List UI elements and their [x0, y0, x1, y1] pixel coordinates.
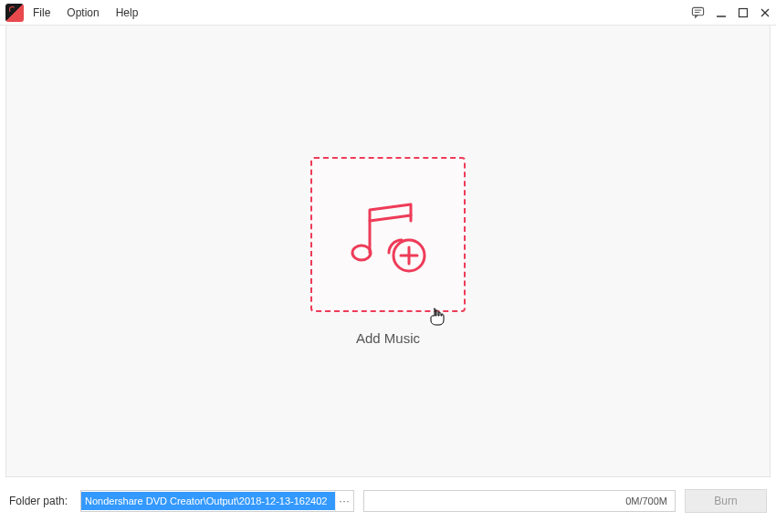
folder-path-input[interactable] [81, 492, 335, 510]
capacity-bar: 0M/700M [363, 490, 676, 512]
music-plus-icon [338, 184, 438, 285]
minimize-icon[interactable] [716, 7, 727, 18]
maximize-icon[interactable] [738, 7, 749, 18]
add-music-label: Add Music [356, 330, 420, 346]
main-area: Add Music [5, 26, 771, 477]
svg-line-7 [370, 215, 411, 221]
svg-point-8 [352, 245, 371, 260]
folder-path-label: Folder path: [9, 495, 68, 507]
folder-path-box: ··· [80, 490, 354, 512]
add-music-dropzone[interactable] [310, 157, 466, 312]
svg-rect-0 [692, 7, 703, 15]
menu-help[interactable]: Help [116, 6, 139, 19]
svg-rect-4 [739, 8, 748, 16]
feedback-icon[interactable] [691, 5, 705, 19]
close-icon[interactable] [760, 7, 771, 18]
titlebar: File Option Help [0, 0, 776, 26]
menu-option[interactable]: Option [67, 6, 99, 19]
app-icon [5, 4, 24, 22]
menu-bar: File Option Help [33, 6, 138, 19]
burn-button[interactable]: Burn [685, 489, 767, 513]
menu-file[interactable]: File [33, 6, 50, 19]
browse-button[interactable]: ··· [335, 491, 353, 511]
footer-bar: Folder path: ··· 0M/700M Burn [0, 477, 776, 525]
capacity-text: 0M/700M [625, 495, 667, 506]
window-controls [691, 5, 771, 19]
